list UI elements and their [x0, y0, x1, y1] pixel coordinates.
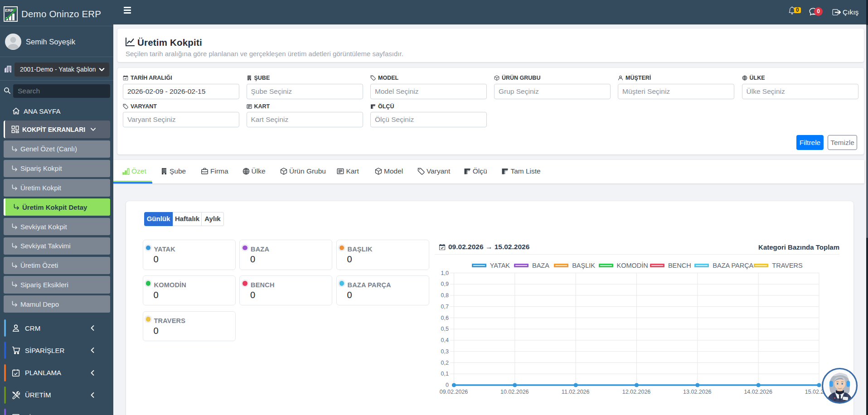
svg-text:ERP: ERP: [5, 8, 14, 13]
